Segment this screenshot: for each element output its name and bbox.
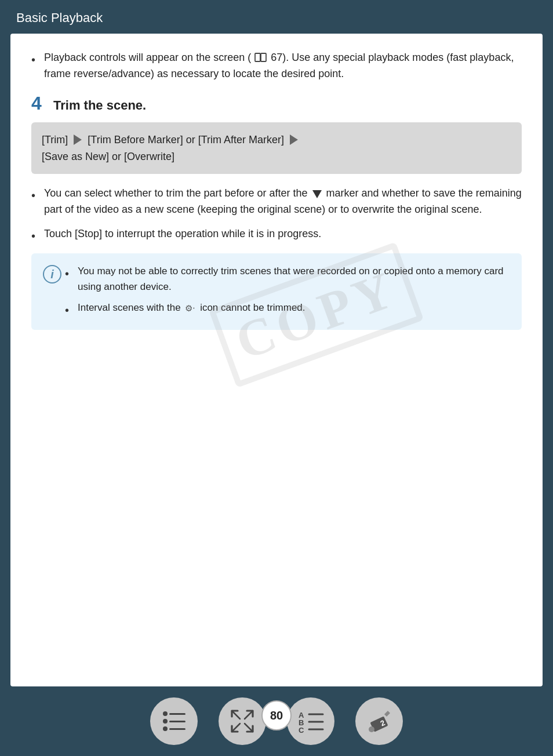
bullet-text-2: You can select whether to trim the part … [44,186,522,218]
abc-list-button[interactable]: A B C [287,697,334,745]
menu-dot-1 [163,711,168,716]
svg-marker-14 [384,711,390,717]
bullet-dot-1: • [31,51,44,69]
menu-line-2 [169,721,185,722]
info-content: • You may not be able to correctly trim … [65,264,511,319]
info-bullet-1: • You may not be able to correctly trim … [65,264,511,295]
step-4-row: 4 Trim the scene. [31,93,522,114]
menu-dot-3 [163,726,168,731]
book-icon [254,53,267,63]
bottom-navigation-bar: 80 A B C 2 [0,686,553,756]
svg-rect-1 [261,53,266,61]
svg-rect-0 [255,53,260,61]
info-text-1: You may not be able to correctly trim sc… [78,264,511,295]
info-bullet-dot-1: • [65,265,78,283]
menu-icon [163,711,185,731]
info-icon-wrapper: i [39,264,65,319]
menu-dot-2 [163,719,168,724]
bullet-item-2: • You can select whether to trim the par… [31,186,522,218]
menu-row-3 [163,726,185,731]
page-number: 80 [270,709,283,722]
command-trim-options: [Trim Before Marker] or [Trim After Mark… [88,134,284,146]
command-trim: [Trim] [42,134,68,146]
bookmark-icon: 2 [366,708,392,734]
bullet-item-3: • Touch [Stop] to interrupt the operatio… [31,226,522,245]
menu-line-3 [169,728,185,730]
menu-row-2 [163,719,185,724]
info-text-2-prefix: Interval scenes with the [78,302,181,313]
svg-point-16 [369,726,374,732]
marker-icon [312,190,322,198]
main-content-area: COPY • Playback controls will appear on … [10,34,543,686]
svg-line-6 [245,724,253,732]
expand-button[interactable] [219,697,266,745]
menu-button[interactable] [150,697,198,745]
bullet-text-3: Touch [Stop] to interrupt the operation … [44,226,321,242]
info-box: i • You may not be able to correctly tri… [31,253,522,330]
step-number-4: 4 [31,93,53,114]
abc-list-icon: A B C [297,708,324,734]
info-bullet-dot-2: • [65,301,78,319]
menu-row-1 [163,711,185,716]
svg-line-3 [232,711,240,719]
menu-line-1 [169,713,185,715]
svg-text:C: C [299,726,304,734]
arrow-icon-2 [290,135,298,145]
info-text-2: Interval scenes with the ⚙︎‧ icon cannot… [78,300,305,315]
interval-icon: ⚙︎‧ [185,301,195,315]
bookmark-button[interactable]: 2 [355,697,403,745]
svg-line-4 [245,711,253,719]
bullet-dot-2: • [31,187,44,205]
arrow-icon-1 [74,135,82,145]
bullet-item-1: • Playback controls will appear on the s… [31,50,522,82]
info-text-2-suffix: icon cannot be trimmed. [200,302,305,313]
bullet-text-1: Playback controls will appear on the scr… [44,50,522,82]
page-title: Basic Playback [16,10,103,25]
svg-line-5 [232,724,240,732]
expand-icon [230,708,255,734]
bullet-dot-3: • [31,227,44,245]
command-save-options: [Save as New] or [Overwrite] [42,151,174,162]
page-number-circle: 80 [261,700,292,730]
page-header: Basic Playback [0,0,553,34]
info-bullet-2: • Interval scenes with the ⚙︎‧ icon cann… [65,300,511,319]
command-box: [Trim] [Trim Before Marker] or [Trim Aft… [31,122,522,175]
info-circle-icon: i [43,265,61,284]
step-title-4: Trim the scene. [53,98,146,113]
